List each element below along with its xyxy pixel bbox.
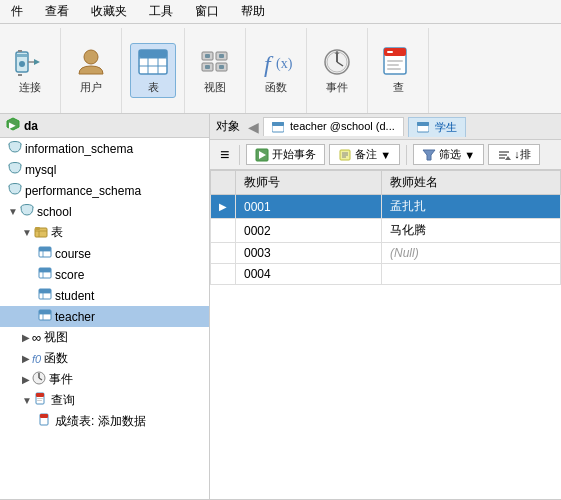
filter-button[interactable]: 筛选 ▼: [413, 144, 484, 165]
content-toolbar: ≡ 开始事务 备注 ▼: [210, 140, 561, 170]
event-button[interactable]: 事件: [315, 44, 359, 97]
sidebar-item-teacher[interactable]: teacher: [0, 306, 209, 327]
query-section: 查: [368, 28, 429, 113]
cell-teacher-name[interactable]: 孟扎扎: [381, 195, 560, 219]
table-button[interactable]: 表: [130, 43, 176, 98]
function-button[interactable]: f (x) 函数: [254, 44, 298, 97]
cell-teacher-id[interactable]: 0002: [236, 219, 382, 243]
cell-teacher-name[interactable]: (Null): [381, 243, 560, 264]
sidebar-header: ▶ da: [0, 114, 209, 138]
sidebar-item-func-folder[interactable]: ▶ f0 函数: [0, 348, 209, 369]
data-table: 教师号 教师姓名 ▶0001孟扎扎0002马化腾0003(Null)0004: [210, 170, 561, 499]
sidebar-item-score[interactable]: score: [0, 264, 209, 285]
backup-button[interactable]: 备注 ▼: [329, 144, 400, 165]
user-icon: [75, 46, 107, 78]
svg-rect-66: [36, 393, 44, 397]
cell-teacher-name[interactable]: 马化腾: [381, 219, 560, 243]
sidebar-item-course[interactable]: course: [0, 243, 209, 264]
connect-button[interactable]: 连接: [8, 44, 52, 97]
event-folder-arrow: ▶: [22, 374, 30, 385]
query-folder-icon: [34, 392, 48, 409]
svg-rect-68: [37, 400, 42, 401]
table-row[interactable]: 0002马化腾: [211, 219, 561, 243]
db-icon-mysql: [8, 161, 22, 178]
event-label: 事件: [326, 80, 348, 95]
sort-button[interactable]: ↓排: [488, 144, 540, 165]
menu-item-view[interactable]: 查看: [42, 2, 72, 21]
sidebar-item-school[interactable]: ▼ school: [0, 201, 209, 222]
course-label: course: [55, 247, 91, 261]
object-label: 对象: [216, 118, 240, 135]
teacher-label: teacher: [55, 310, 95, 324]
sidebar: ▶ da information_schema my: [0, 114, 210, 499]
query-label: 查: [393, 80, 404, 95]
view-folder-arrow: ▶: [22, 332, 30, 343]
sort-icon: [497, 148, 511, 162]
svg-rect-19: [205, 65, 210, 69]
function-section: f (x) 函数: [246, 28, 307, 113]
svg-rect-47: [39, 247, 51, 251]
menu-item-window[interactable]: 窗口: [192, 2, 222, 21]
school-label: school: [37, 205, 72, 219]
perf-schema-label: performance_schema: [25, 184, 141, 198]
connect-label: 连接: [19, 80, 41, 95]
col-indicator: [211, 171, 236, 195]
event-folder-label: 事件: [49, 371, 73, 388]
start-transaction-button[interactable]: 开始事务: [246, 144, 325, 165]
cell-teacher-name[interactable]: [381, 264, 560, 285]
sidebar-db-name: da: [24, 119, 38, 133]
table-icon-course: [38, 245, 52, 262]
cell-teacher-id[interactable]: 0003: [236, 243, 382, 264]
svg-rect-34: [387, 64, 399, 66]
svg-rect-9: [139, 50, 167, 58]
menu-bar: 件 查看 收藏夹 工具 窗口 帮助: [0, 0, 561, 24]
table-row[interactable]: 0003(Null): [211, 243, 561, 264]
svg-rect-70: [40, 414, 48, 418]
table-icon: [137, 46, 169, 78]
query-button[interactable]: 查: [376, 44, 420, 97]
view-button[interactable]: 视图: [193, 44, 237, 97]
sidebar-item-mysql[interactable]: mysql: [0, 159, 209, 180]
sidebar-item-information-schema[interactable]: information_schema: [0, 138, 209, 159]
user-label: 用户: [80, 80, 102, 95]
student-label: student: [55, 289, 94, 303]
table-row[interactable]: ▶0001孟扎扎: [211, 195, 561, 219]
col-teacher-id[interactable]: 教师号: [236, 171, 382, 195]
db-icon-info: [8, 140, 22, 157]
view-folder-icon: ∞: [32, 330, 41, 345]
sidebar-item-table-folder[interactable]: ▼ 表: [0, 222, 209, 243]
menu-item-favorites[interactable]: 收藏夹: [88, 2, 130, 21]
svg-rect-33: [387, 60, 403, 62]
sidebar-item-query-folder[interactable]: ▼ 查询: [0, 390, 209, 411]
menu-item-help[interactable]: 帮助: [238, 2, 268, 21]
menu-icon[interactable]: ≡: [216, 144, 233, 166]
sidebar-item-event-folder[interactable]: ▶ 事件: [0, 369, 209, 390]
menu-item-file[interactable]: 件: [8, 2, 26, 21]
row-indicator: [211, 219, 236, 243]
sidebar-item-score-query[interactable]: 成绩表: 添加数据: [0, 411, 209, 432]
menu-item-tools[interactable]: 工具: [146, 2, 176, 21]
student-tab[interactable]: 学生: [408, 117, 466, 137]
cell-teacher-id[interactable]: 0004: [236, 264, 382, 285]
backup-icon: [338, 148, 352, 162]
nav-back-icon[interactable]: ◀: [248, 119, 259, 135]
svg-marker-85: [505, 156, 511, 160]
sidebar-item-performance-schema[interactable]: performance_schema: [0, 180, 209, 201]
svg-rect-51: [39, 268, 51, 272]
svg-marker-81: [423, 150, 435, 160]
sidebar-item-student[interactable]: student: [0, 285, 209, 306]
col-teacher-name[interactable]: 教师姓名: [381, 171, 560, 195]
teacher-tab[interactable]: teacher @school (d...: [263, 117, 404, 135]
user-button[interactable]: 用户: [69, 44, 113, 97]
content-area: 对象 ◀ teacher @school (d... 学生 ≡: [210, 114, 561, 499]
event-section: 事件: [307, 28, 368, 113]
sidebar-item-view-folder[interactable]: ▶ ∞ 视图: [0, 327, 209, 348]
func-folder-label: 函数: [44, 350, 68, 367]
cell-teacher-id[interactable]: 0001: [236, 195, 382, 219]
svg-rect-55: [39, 289, 51, 293]
svg-marker-4: [34, 59, 40, 65]
table-icon-teacher: [38, 308, 52, 325]
table-folder-arrow: ▼: [22, 227, 32, 238]
table-row[interactable]: 0004: [211, 264, 561, 285]
svg-rect-6: [18, 74, 22, 76]
